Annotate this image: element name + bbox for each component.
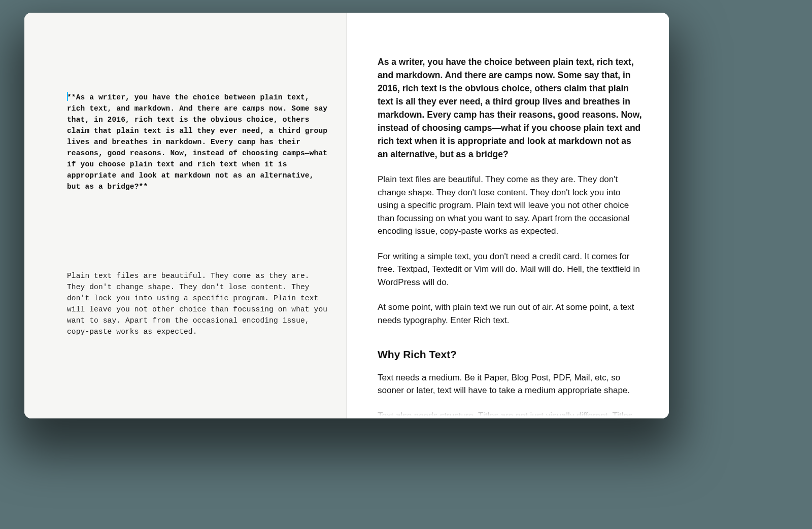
app-window: **As a writer, you have the choice betwe… <box>24 13 669 418</box>
editor-paragraph[interactable]: Plain text files are beautiful. They com… <box>45 270 331 337</box>
editor-paragraph[interactable]: **As a writer, you have the choice betwe… <box>45 92 331 192</box>
editor-pane[interactable]: **As a writer, you have the choice betwe… <box>24 13 347 418</box>
preview-paragraph: For writing a simple text, you don't nee… <box>378 250 642 289</box>
preview-paragraph: Plain text files are beautiful. They com… <box>378 173 642 238</box>
preview-pane: As a writer, you have the choice between… <box>347 13 669 418</box>
preview-heading: Why Rich Text? <box>378 348 642 361</box>
preview-paragraph: Text also needs structure. Titles are no… <box>378 409 642 419</box>
preview-paragraph: At some point, with plain text we run ou… <box>378 301 642 327</box>
preview-lead: As a writer, you have the choice between… <box>378 55 642 161</box>
preview-content: As a writer, you have the choice between… <box>347 13 669 418</box>
md-bold-marker: ** <box>139 183 148 191</box>
md-bold-marker: ** <box>67 93 76 101</box>
preview-paragraph: Text needs a medium. Be it Paper, Blog P… <box>378 371 642 397</box>
editor-paragraph[interactable]: For writing a simple text, you don't nee… <box>45 415 331 418</box>
editor-content[interactable]: **As a writer, you have the choice betwe… <box>24 13 346 418</box>
editor-lead-text: As a writer, you have the choice between… <box>67 93 332 191</box>
